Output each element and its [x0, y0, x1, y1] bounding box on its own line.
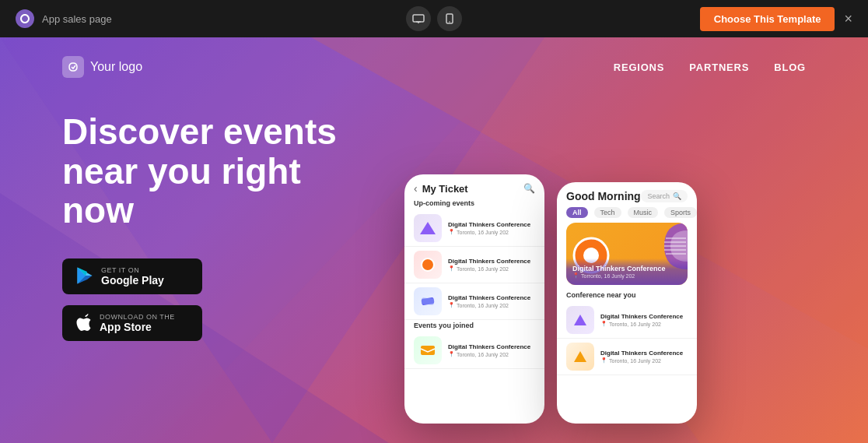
- phone1-title: My Ticket: [422, 183, 468, 195]
- topbar-right: Choose This Template ×: [700, 7, 852, 31]
- filter-tab-music[interactable]: Music: [628, 207, 659, 218]
- nearby-event-info-1: Digital Thinkers Conference 📍Toronto, 16…: [600, 313, 688, 327]
- nearby-event-icon-1: [566, 306, 594, 334]
- event-name: Digital Thinkers Conference: [448, 258, 535, 265]
- google-play-icon: [76, 267, 93, 286]
- nearby-event-meta-1: 📍Toronto, 16 Junly 202: [600, 321, 688, 327]
- nearby-label: Conference near you: [557, 291, 697, 302]
- event-name: Digital Thinkers Conference: [448, 221, 535, 229]
- preview-mobile-icon[interactable]: [437, 6, 462, 31]
- event-icon-3: [414, 287, 442, 315]
- event-info: Digital Thinkers Conference 📍Toronto, 16…: [448, 258, 535, 272]
- phone1-back-icon: ‹: [414, 182, 418, 195]
- topbar-center: [406, 6, 462, 31]
- nearby-event-name-1: Digital Thinkers Conference: [600, 313, 688, 321]
- phone1-header: ‹ My Ticket 🔍: [404, 174, 544, 198]
- svg-point-4: [449, 21, 450, 23]
- logo-text: Your logo: [90, 60, 142, 74]
- nearby-event-meta-2: 📍Toronto, 16 Junly 202: [600, 357, 688, 364]
- preview-desktop-icon[interactable]: [406, 6, 431, 31]
- phone1-upcoming-label: Up-coming events: [404, 198, 544, 210]
- svg-marker-22: [574, 351, 586, 362]
- filter-tab-tech[interactable]: Tech: [594, 207, 621, 218]
- nearby-event-item-1: Digital Thinkers Conference 📍Toronto, 16…: [557, 302, 697, 339]
- nav-links: REGIONS PARTNERS BLOG: [614, 62, 806, 73]
- app-store-name: App Store: [100, 321, 175, 333]
- featured-card-info: Digital Thinkers Conference 📍Torronto, 1…: [566, 258, 688, 285]
- app-store-sub: Download on the: [100, 313, 175, 321]
- filter-tabs: All Tech Music Sports: [557, 207, 697, 223]
- choose-template-button[interactable]: Choose This Template: [700, 7, 835, 31]
- phone1-search-icon: 🔍: [523, 183, 535, 194]
- phones-area: ‹ My Ticket 🔍 Up-coming events Digital T…: [404, 112, 806, 424]
- event-item: Digital Thinkers Conference 📍Toronto, 16…: [404, 283, 544, 320]
- google-play-name: Google Play: [101, 274, 164, 287]
- nav-logo: Your logo: [62, 56, 142, 78]
- phone1-joined-label: Events you joined: [404, 320, 544, 332]
- nearby-event-info-2: Digital Thinkers Conference 📍Toronto, 16…: [600, 350, 688, 364]
- svg-point-10: [422, 258, 434, 271]
- phone2-header: Good Morning Search 🔍: [557, 182, 697, 207]
- nearby-event-item-2: Digital Thinkers Conference 📍Toronto, 16…: [557, 339, 697, 375]
- topbar-left: App sales page: [16, 9, 112, 28]
- event-item: Digital Thinkers Conference 📍Toronto, 16…: [404, 210, 544, 247]
- event-item: Digital Thinkers Conference 📍Toronto, 16…: [404, 247, 544, 283]
- event-icon-4: [414, 336, 442, 364]
- app-store-text: Download on the App Store: [100, 313, 175, 333]
- featured-event-name: Digital Thinkers Conference: [572, 265, 681, 272]
- close-button[interactable]: ×: [844, 12, 852, 26]
- featured-event-meta: 📍Torronto, 16 Junly 202: [572, 272, 681, 279]
- event-info: Digital Thinkers Conference 📍Toronto, 16…: [448, 221, 535, 235]
- svg-rect-12: [422, 297, 435, 304]
- event-info: Digital Thinkers Conference 📍Toronto, 16…: [448, 294, 535, 308]
- phone-mockup-1: ‹ My Ticket 🔍 Up-coming events Digital T…: [404, 174, 544, 424]
- phone2-search: Search 🔍: [641, 190, 688, 202]
- hero-section: Your logo REGIONS PARTNERS BLOG Discover…: [0, 37, 868, 443]
- nav-link-blog[interactable]: BLOG: [774, 62, 806, 73]
- event-meta-joined: 📍Toronto, 16 Junly 202: [448, 351, 535, 357]
- store-buttons: GET IT ON Google Play Download on the Ap…: [62, 258, 358, 341]
- event-item-joined: Digital Thinkers Conference 📍Toronto, 16…: [404, 332, 544, 369]
- svg-rect-0: [413, 15, 424, 22]
- nav-bar: Your logo REGIONS PARTNERS BLOG: [0, 37, 868, 97]
- search-label: Search: [647, 192, 670, 200]
- page-name: App sales page: [42, 13, 112, 25]
- nav-link-regions[interactable]: REGIONS: [614, 62, 665, 73]
- google-play-button[interactable]: GET IT ON Google Play: [62, 258, 202, 294]
- google-play-text: GET IT ON Google Play: [101, 266, 164, 287]
- hero-headline: Discover events near you right now: [62, 112, 358, 230]
- nearby-event-name-2: Digital Thinkers Conference: [600, 350, 688, 357]
- event-icon-2: [414, 251, 442, 279]
- google-play-sub: GET IT ON: [101, 266, 164, 274]
- phone-mockup-2: Good Morning Search 🔍 All Tech Music Spo…: [557, 182, 697, 424]
- event-name: Digital Thinkers Conference: [448, 294, 535, 302]
- app-store-button[interactable]: Download on the App Store: [62, 305, 202, 341]
- hero-content: Discover events near you right now GET I…: [0, 97, 868, 424]
- hero-text-block: Discover events near you right now GET I…: [62, 112, 358, 341]
- event-meta: 📍Toronto, 16 Junly 202: [448, 302, 535, 308]
- featured-card: Digital Thinkers Conference 📍Torronto, 1…: [566, 223, 688, 285]
- event-meta: 📍Toronto, 16 Junly 202: [448, 229, 535, 235]
- nav-link-partners[interactable]: PARTNERS: [689, 62, 749, 73]
- event-meta: 📍Toronto, 16 Junly 202: [448, 265, 535, 272]
- svg-marker-21: [574, 315, 586, 325]
- event-name-joined: Digital Thinkers Conference: [448, 343, 535, 351]
- svg-marker-9: [420, 222, 436, 234]
- filter-tab-sports[interactable]: Sports: [664, 207, 697, 218]
- event-icon-1: [414, 214, 442, 242]
- filter-tab-all[interactable]: All: [566, 207, 588, 218]
- search-icon: 🔍: [673, 192, 681, 200]
- topbar: App sales page Choose This Template ×: [0, 0, 868, 37]
- apple-icon: [76, 314, 92, 332]
- nearby-event-icon-2: [566, 343, 594, 371]
- logo-icon: [62, 56, 84, 78]
- topbar-logo-icon: [16, 9, 34, 28]
- phone2-title: Good Morning: [566, 190, 641, 202]
- event-info-joined: Digital Thinkers Conference 📍Toronto, 16…: [448, 343, 535, 357]
